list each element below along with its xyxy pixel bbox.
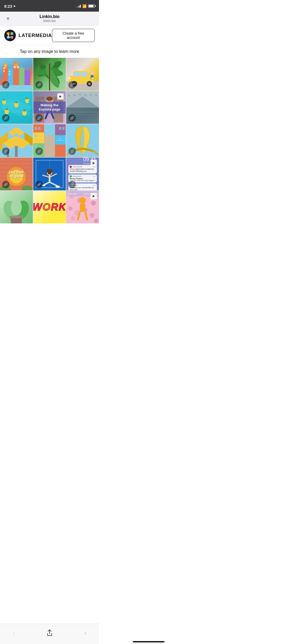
play-icon-fashion: ▶ [91, 193, 97, 199]
svg-point-20 [4, 64, 7, 67]
svg-rect-69 [66, 112, 99, 112]
svg-rect-96 [38, 127, 40, 130]
svg-point-150 [79, 197, 86, 204]
grid-item-mural[interactable]: you lookso good 🔗 [0, 158, 33, 190]
link-icon-dancer: 🔗 [35, 181, 43, 188]
grid-item-video-explore[interactable]: Making theExplore page ▶ 🔗 [33, 91, 66, 124]
phone-notif-instagram: INSTAGRAM now Jenny (@jennyfrom.theblock… [68, 165, 97, 173]
grid-item-pool[interactable]: 🔗 [0, 91, 33, 124]
svg-rect-42 [69, 77, 71, 79]
svg-rect-50 [15, 102, 17, 103]
svg-point-148 [71, 216, 75, 220]
svg-rect-11 [19, 67, 25, 88]
plant-illustration [0, 191, 33, 224]
url-subtitle: linkin.bio [43, 19, 56, 23]
link-icon-car: 🔗 [68, 81, 76, 89]
svg-point-21 [14, 61, 17, 64]
svg-rect-100 [62, 127, 64, 130]
grid-item-fashion[interactable]: EXPLORE FACE FASHION ▶ [66, 191, 99, 224]
browser-bar: × Linkin.bio linkin.bio [0, 12, 99, 26]
svg-rect-17 [9, 74, 10, 75]
play-icon-explore: ▶ [57, 93, 64, 100]
svg-point-136 [11, 199, 22, 215]
link-icon-palm: 🔗 [35, 81, 43, 89]
grid-item-phone-screen[interactable]: 09:41 Monday 13 May INSTAGRAM now Jenny … [66, 158, 99, 190]
grid-item-plant[interactable] [0, 191, 33, 224]
logo-svg: L [5, 31, 15, 40]
svg-rect-19 [17, 66, 19, 68]
grid-item-car[interactable]: 🔗 [66, 58, 99, 91]
brand-name: LATERMEDIA [18, 33, 52, 38]
svg-point-74 [90, 94, 92, 95]
status-bar: 8:23 ➤ 📶 [0, 0, 99, 12]
svg-point-63 [46, 96, 53, 101]
grid-item-buildings[interactable]: 🔗 [0, 58, 33, 91]
svg-rect-33 [74, 72, 80, 76]
browser-close-button[interactable]: × [4, 15, 12, 22]
image-grid: 🔗 🔗 [0, 58, 99, 223]
svg-point-149 [94, 219, 98, 223]
app-header: L LATERMEDIA Create a free account [0, 26, 99, 45]
svg-rect-48 [6, 108, 8, 110]
grid-item-dancer[interactable]: 🔗 [33, 158, 66, 190]
battery-icon [88, 4, 95, 8]
svg-rect-94 [55, 145, 66, 157]
video-text-overlay: Making theExplore page [33, 102, 66, 114]
signal-icon [76, 4, 81, 8]
grid-item-sea[interactable]: 🔗 [66, 91, 99, 124]
link-icon-colorstreet: 🔗 [35, 148, 43, 155]
svg-point-22 [20, 65, 22, 68]
status-right: 📶 [76, 4, 95, 8]
image-grid-wrapper: 🔗 🔗 [0, 58, 99, 245]
svg-point-39 [90, 71, 94, 75]
grid-item-palm[interactable]: 🔗 [33, 58, 66, 91]
svg-text:EXPLORE: EXPLORE [68, 193, 77, 195]
svg-point-143 [91, 201, 96, 206]
svg-rect-95 [35, 127, 37, 130]
svg-rect-56 [26, 98, 28, 99]
logo-icon: L [4, 30, 16, 41]
svg-text:L: L [8, 33, 11, 39]
svg-point-46 [14, 110, 30, 116]
link-icon-buildings: 🔗 [2, 81, 10, 89]
svg-rect-97 [35, 135, 37, 137]
grid-item-banana[interactable]: 🔗 [66, 124, 99, 157]
svg-rect-101 [59, 138, 61, 141]
grid-item-work[interactable]: WORK [33, 191, 66, 224]
svg-rect-15 [3, 70, 5, 72]
svg-rect-16 [9, 71, 10, 72]
link-icon-mural: 🔗 [2, 181, 10, 188]
grid-item-cubehouses[interactable]: 🔗 [0, 124, 33, 157]
svg-rect-138 [10, 216, 23, 218]
svg-point-38 [88, 82, 91, 85]
svg-rect-151 [80, 204, 86, 212]
play-icon-phone: ▶ [91, 160, 97, 166]
link-icon-cubehouses: 🔗 [2, 148, 10, 155]
svg-point-72 [79, 94, 81, 95]
work-text-overlay: WORK [33, 191, 66, 224]
grid-item-colorstreet[interactable]: 🔗 [33, 124, 66, 157]
svg-rect-104 [44, 124, 55, 135]
svg-rect-99 [59, 127, 61, 130]
url-bar: Linkin.bio linkin.bio [15, 14, 84, 23]
svg-rect-14 [3, 67, 5, 69]
status-time: 8:23 ➤ [4, 4, 16, 8]
svg-rect-3 [11, 32, 13, 35]
wifi-icon: 📶 [82, 4, 87, 8]
svg-rect-98 [35, 145, 37, 148]
svg-point-76 [96, 94, 97, 96]
svg-point-131 [48, 172, 51, 174]
svg-point-147 [90, 213, 95, 218]
svg-rect-34 [81, 72, 87, 76]
grid-bg-plant [0, 191, 33, 224]
create-account-button[interactable]: Create a free account [52, 29, 95, 42]
svg-rect-52 [23, 110, 26, 111]
tap-hint: Tap on any image to learn more [0, 45, 99, 58]
svg-rect-41 [91, 77, 93, 79]
svg-rect-54 [3, 99, 5, 100]
svg-rect-4 [11, 36, 13, 39]
svg-point-75 [68, 95, 70, 96]
link-icon-phone: 🔗 [68, 181, 76, 188]
mural-text-overlay: you lookso good [3, 170, 30, 178]
logo-section: L LATERMEDIA [4, 30, 52, 41]
